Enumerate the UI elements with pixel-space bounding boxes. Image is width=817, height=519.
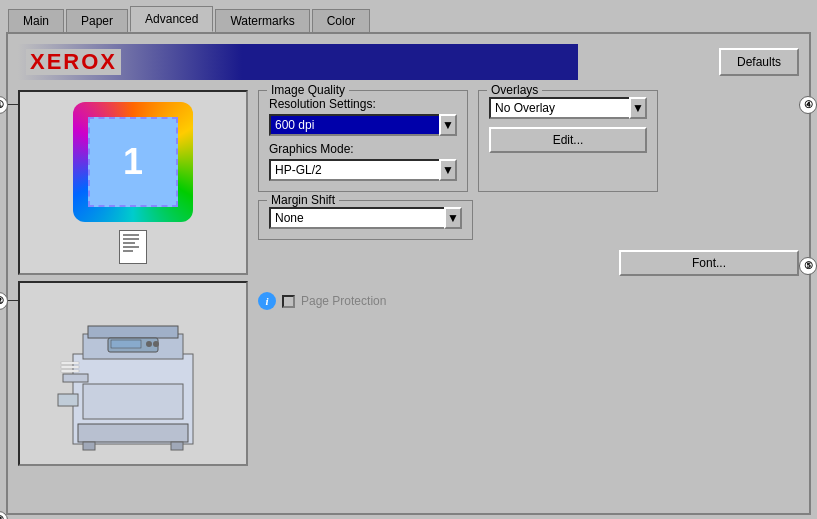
main-content-panel: XEROX Defaults ① ② ③ (6, 32, 811, 515)
callout-circle-1: ① (0, 96, 8, 114)
tab-active-cover (131, 30, 212, 32)
page-number-display: 1 (123, 141, 143, 183)
page-icon-wrapper: 1 (73, 102, 193, 264)
callout-circle-2: ② (0, 292, 8, 310)
page-protection-row: i Page Protection (258, 292, 799, 310)
page-square-icon: 1 (73, 102, 193, 222)
tab-watermarks[interactable]: Watermarks (215, 9, 309, 32)
page-inner-number: 1 (88, 117, 178, 207)
graphics-select-wrapper: HP-GL/2 Raster Vector ▼ (269, 159, 457, 181)
font-button-row: Font... (258, 250, 799, 276)
svg-rect-2 (88, 326, 178, 338)
svg-rect-10 (58, 394, 78, 406)
xerox-logo-area: XEROX (18, 44, 578, 80)
printer-svg-icon (53, 294, 213, 454)
image-quality-group: Image Quality Resolution Settings: 600 d… (258, 90, 468, 192)
svg-rect-14 (83, 442, 95, 450)
svg-rect-6 (111, 340, 141, 348)
callout-4: ④ (799, 104, 817, 105)
body-layout: ① ② ③ 1 (18, 90, 799, 510)
doc-line-4 (123, 246, 139, 248)
overlay-select-wrapper: No Overlay ▼ (489, 97, 647, 119)
page-protection-checkbox (282, 295, 295, 308)
overlays-label: Overlays (487, 83, 542, 97)
callout-5: ⑤ (799, 265, 817, 266)
printer-preview-box (18, 281, 248, 466)
header-bar: XEROX Defaults (18, 44, 799, 80)
callout-2: ② (0, 300, 18, 301)
callout-1: ① (0, 104, 18, 105)
right-panel: ④ ⑤ Image Quality Resolution Settings: 6… (258, 90, 799, 510)
tab-paper[interactable]: Paper (66, 9, 128, 32)
overlay-select[interactable]: No Overlay (489, 97, 647, 119)
tab-bar: Main Paper Advanced Watermarks Color (0, 0, 817, 32)
info-icon: i (258, 292, 276, 310)
svg-point-7 (146, 341, 152, 347)
callout-circle-3: ③ (0, 511, 8, 520)
callout-circle-5: ⑤ (799, 257, 817, 275)
doc-line-1 (123, 234, 139, 236)
svg-rect-3 (63, 374, 88, 382)
svg-rect-11 (61, 362, 79, 364)
overlays-edit-button[interactable]: Edit... (489, 127, 647, 153)
image-quality-label: Image Quality (267, 83, 349, 97)
margin-shift-select[interactable]: None Short Edge Long Edge (269, 207, 462, 229)
small-doc-icon (119, 230, 147, 264)
svg-rect-4 (83, 384, 183, 419)
top-right-section: Image Quality Resolution Settings: 600 d… (258, 90, 799, 192)
resolution-select-wrapper: 600 dpi 300 dpi 1200 dpi ▼ (269, 114, 457, 136)
left-panel: ① ② ③ 1 (18, 90, 248, 510)
svg-rect-9 (78, 424, 188, 442)
margin-shift-group: Margin Shift None Short Edge Long Edge ▼ (258, 200, 473, 240)
page-preview-box: 1 (18, 90, 248, 275)
resolution-label: Resolution Settings: (269, 97, 457, 111)
font-button[interactable]: Font... (619, 250, 799, 276)
svg-rect-15 (171, 442, 183, 450)
svg-point-8 (153, 341, 159, 347)
resolution-select[interactable]: 600 dpi 300 dpi 1200 dpi (269, 114, 457, 136)
svg-rect-12 (61, 366, 79, 368)
callout-circle-4: ④ (799, 96, 817, 114)
xerox-logo-text: XEROX (26, 49, 121, 75)
doc-line-3 (123, 242, 135, 244)
tab-advanced[interactable]: Advanced (130, 6, 213, 32)
defaults-button[interactable]: Defaults (719, 48, 799, 76)
page-protection-label: Page Protection (301, 294, 386, 308)
doc-line-5 (123, 250, 133, 252)
margin-shift-label: Margin Shift (267, 193, 339, 207)
margin-shift-select-wrapper: None Short Edge Long Edge ▼ (269, 207, 462, 229)
overlays-group: Overlays No Overlay ▼ Edit... (478, 90, 658, 192)
tab-main[interactable]: Main (8, 9, 64, 32)
graphics-select[interactable]: HP-GL/2 Raster Vector (269, 159, 457, 181)
svg-rect-13 (61, 370, 79, 372)
doc-line-2 (123, 238, 139, 240)
graphics-label: Graphics Mode: (269, 142, 457, 156)
tab-color[interactable]: Color (312, 9, 371, 32)
